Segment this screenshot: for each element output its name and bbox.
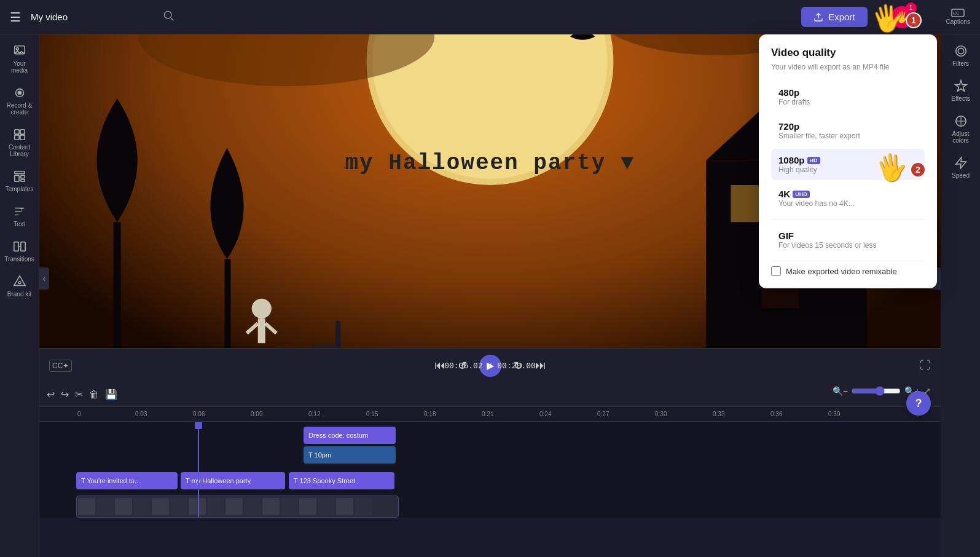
popup-subtitle: Your video will export as an MP4 file [771,63,925,71]
svg-rect-14 [14,175,18,181]
quality-option-480p[interactable]: 480p For drafts [771,81,925,113]
video-clip-1[interactable] [76,496,399,518]
skip-to-end-button[interactable]: ⏭ [535,359,546,372]
sidebar-item-record-create[interactable]: Record & create [2,81,37,120]
svg-rect-9 [14,130,18,134]
avatar[interactable]: 🖐️ 1 [891,6,913,28]
ruler-mark: 0:27 [596,411,654,417]
remixable-checkbox[interactable] [771,266,781,276]
sidebar-item-brand-kit[interactable]: Brand kit [2,270,37,302]
timeline-ruler: 0 0:03 0:06 0:09 0:12 0:15 0:18 0:21 0:2… [39,407,941,422]
svg-rect-33 [114,222,121,348]
clip-10pm[interactable]: T 10pm [304,446,396,464]
sidebar-item-transitions[interactable]: Transitions [2,235,37,267]
svg-rect-12 [20,135,24,140]
clip-spooky-street[interactable]: T 123 Spooky Street [289,472,394,489]
svg-rect-13 [14,172,25,174]
hamburger-menu[interactable]: ☰ [10,10,21,25]
svg-point-51 [252,299,272,318]
svg-point-8 [18,91,22,95]
svg-rect-18 [14,242,18,251]
timecode-display: 00:06.02 / 00:20.00 [444,361,536,370]
ruler-mark: 0:39 [827,411,885,417]
captions-toggle[interactable]: CC✦ [49,360,72,372]
right-sidebar-item-adjust-colors[interactable]: Adjust colors [944,109,978,149]
remixable-label[interactable]: Make exported video remixable [786,267,897,276]
svg-rect-34 [224,259,230,348]
clip-halloween-party[interactable]: T my Halloween party [181,472,285,489]
undo-button[interactable]: ↩ [47,389,55,400]
delete-button[interactable]: 🗑 [89,389,99,400]
zoom-out-icon[interactable]: 🔍− [833,386,848,396]
export-quality-popup: Video quality Your video will export as … [759,34,937,288]
search-icon[interactable] [162,9,174,25]
zoom-slider[interactable] [852,386,901,396]
svg-text:T: T [20,207,23,213]
svg-rect-19 [20,242,25,251]
notification-badge: 1 [906,2,917,14]
fullscreen-button[interactable]: ⛶ [920,359,931,372]
sidebar-item-content-library[interactable]: Content Library [2,123,37,162]
video-text-overlay[interactable]: my Halloween party ▼ [345,151,635,176]
track-row-video-1 [39,494,941,518]
help-button[interactable]: ? [906,391,931,416]
popup-title: Video quality [771,47,925,59]
video-title-input[interactable] [31,12,147,22]
tracks-container: Dress code: costum T 10pm T You're invit… [39,422,941,518]
remixable-row: Make exported video remixable [771,266,925,276]
quality-option-1080p[interactable]: 1080p HD High quality [771,149,925,180]
right-sidebar-item-filters[interactable]: Filters [944,39,978,72]
svg-rect-11 [14,135,18,140]
sidebar-item-text[interactable]: T Text [2,200,37,232]
skip-to-start-button[interactable]: ⏮ [434,359,445,372]
ruler-mark: 0:30 [654,411,711,417]
svg-point-21 [18,282,21,284]
svg-rect-49 [335,321,340,348]
cut-button[interactable]: ✂ [75,389,83,400]
svg-rect-15 [20,175,24,178]
right-sidebar: Filters Effects Adjust colors Speed [941,34,980,557]
svg-point-56 [958,48,963,53]
playhead[interactable] [198,422,199,518]
svg-point-55 [955,46,966,57]
ruler-mark: 0:33 [711,411,769,417]
playback-bar: CC✦ ⏮ ↺ ▶ ↻ ⏭ 00:06.02 / 00:20.00 ⛶ [39,348,941,382]
playback-left: CC✦ [49,360,72,372]
svg-line-1 [171,18,173,20]
svg-rect-10 [20,130,24,134]
track-row: Dress code: costum T 10pm [39,424,941,467]
quality-option-720p[interactable]: 720p Smaller file, faster export [771,115,925,146]
clip-dress-code[interactable]: Dress code: costum [304,427,396,444]
ruler-mark: 0:18 [423,411,480,417]
ruler-mark: 0:21 [480,411,538,417]
ruler-mark: 0:24 [538,411,596,417]
quality-option-gif[interactable]: GIF For videos 15 seconds or less [771,224,925,256]
playhead-handle[interactable] [195,422,202,429]
redo-button[interactable]: ↪ [61,389,69,400]
svg-point-6 [16,48,18,50]
popup-divider-2 [771,261,925,261]
ruler-mark: 0:36 [769,411,827,417]
track-row: T You're invited to... T my Halloween pa… [39,470,941,492]
timeline-area: ↩ ↪ ✂ 🗑 💾 🔍− 🔍+ ⤢ 0 0:03 0:06 [39,382,941,518]
sidebar-item-your-media[interactable]: Your media [2,39,37,79]
ruler-mark: 0:09 [249,411,307,417]
captions-button[interactable]: CC Captions [946,9,970,25]
save-button[interactable]: 💾 [105,389,117,400]
ruler-mark: 0:15 [365,411,423,417]
quality-option-4k[interactable]: 4K UHD Your video has no 4K... [771,183,925,214]
collapse-left-button[interactable]: ‹ [39,267,49,290]
svg-rect-16 [20,180,24,182]
svg-rect-30 [731,185,761,222]
svg-point-0 [164,11,171,18]
sidebar-item-templates[interactable]: Templates [2,165,37,197]
ruler-marks: 0 0:03 0:06 0:09 0:12 0:15 0:18 0:21 0:2… [76,411,885,417]
right-sidebar-item-speed[interactable]: Speed [944,151,978,184]
ruler-mark: 0:12 [307,411,365,417]
export-button[interactable]: Export [801,7,867,27]
ruler-mark: 0:06 [192,411,249,417]
ruler-mark: 0:03 [134,411,192,417]
right-sidebar-item-effects[interactable]: Effects [944,74,978,107]
clip-invited[interactable]: T You're invited to... [76,472,178,489]
ruler-mark: 0 [76,411,134,417]
